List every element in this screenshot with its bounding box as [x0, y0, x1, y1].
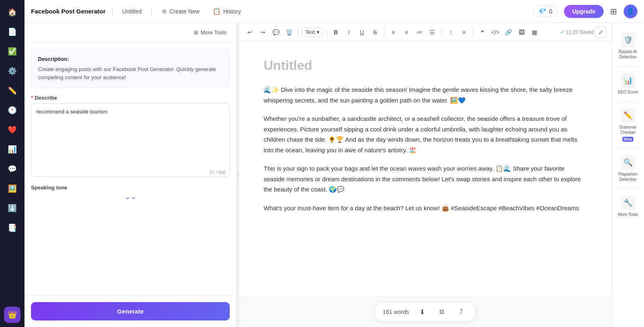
copy-button[interactable]: ⧉ — [435, 305, 448, 318]
speaking-tone-section: Speaking tone ⌄⌄ — [31, 185, 230, 201]
code-button[interactable]: </> — [490, 27, 501, 38]
content-paragraph-2[interactable]: Whether you're a sunbather, a sandcastle… — [264, 113, 587, 155]
text-format-select[interactable]: Text ▾ — [302, 27, 323, 37]
seo-score-label: SEO Score — [617, 89, 638, 95]
tab-create-new[interactable]: ⊕ Create New — [158, 6, 203, 17]
description-box: Description: Create engaging posts with … — [31, 49, 230, 88]
underline-button[interactable]: U — [356, 27, 368, 38]
sidebar-icon-heart[interactable]: ❤️ — [4, 122, 20, 138]
open-external-button[interactable]: ⤴ — [455, 305, 468, 318]
check-icon: ✓ — [560, 29, 564, 35]
align-left-button[interactable]: ≡ — [388, 27, 399, 38]
tab-create-new-label: Create New — [169, 8, 200, 15]
main-area: Facebook Post Generator Untitled ⊕ Creat… — [24, 0, 644, 327]
expand-button[interactable]: ⤢ — [595, 27, 606, 38]
gems-badge[interactable]: 💎 0 — [533, 5, 557, 17]
speaking-tone-label: Speaking tone — [31, 185, 230, 191]
editor-toolbar: ↩ ↪ 💬 🗑️ Text ▾ B I U S ≡ ≡ ≔ ☰ — [239, 23, 611, 42]
describe-field: *Describe recommend a seaside tourism 27… — [31, 95, 230, 178]
tab-history[interactable]: 📋 History — [209, 6, 244, 17]
toolbar-sep-1 — [298, 28, 298, 36]
content-paragraph-3[interactable]: This is your sign to pack your bags and … — [264, 163, 587, 195]
sidebar-icon-chat[interactable]: 💬 — [4, 161, 20, 177]
toolbar-sep-4 — [442, 28, 442, 36]
line-height-button[interactable]: ↕ — [445, 27, 457, 38]
history-icon: 📋 — [213, 7, 221, 15]
chevron-down-icon[interactable]: ⌄⌄ — [31, 192, 230, 201]
unordered-list-button[interactable]: ☰ — [427, 27, 438, 38]
content-paragraph-1[interactable]: 🌊✨ Dive into the magic of the seaside th… — [264, 85, 587, 105]
textarea-count: 27 / 500 — [209, 170, 226, 175]
left-sidebar: 🏠 📄 ✅ ⚙️ ✏️ 🕐 ❤️ 📊 💬 🖼️ ⬇️ 📑 👑 — [0, 0, 24, 327]
bypass-ai-icon: 🛡️ — [621, 33, 635, 47]
grid-icon[interactable]: ⊞ — [610, 7, 617, 16]
saved-time: 11:20 Saved — [566, 29, 593, 35]
tool-seo-score[interactable]: 📊 SEO Score — [615, 70, 641, 98]
right-tools-panel: 🛡️ Bypass AI Detection 📊 SEO Score ✏️ Gr… — [611, 23, 644, 327]
align-center-button[interactable]: ≡ — [401, 27, 412, 38]
upgrade-button[interactable]: Upgrade — [564, 5, 604, 18]
undo-button[interactable]: ↩ — [244, 27, 255, 38]
user-avatar[interactable]: 👤 — [624, 4, 637, 18]
tab-untitled-label: Untitled — [122, 8, 142, 15]
toolbar-sep-2 — [326, 28, 327, 36]
document-title[interactable]: Untitled — [264, 58, 587, 73]
sidebar-icon-docs[interactable]: 📄 — [4, 24, 20, 40]
strikethrough-button[interactable]: S — [369, 27, 381, 38]
editor-body[interactable]: 🌊✨ Dive into the magic of the seaside th… — [264, 85, 587, 213]
word-count: 161 words — [383, 309, 409, 315]
saved-status: ✓ 11:20 Saved — [560, 29, 593, 35]
image-button[interactable]: 🖼 — [516, 27, 527, 38]
tool-plagiarism[interactable]: 🔍 Plagiarism Detection — [615, 152, 641, 185]
italic-button[interactable]: I — [343, 27, 355, 38]
left-panel: ⊞ More Tools Description: Create engagin… — [24, 23, 237, 327]
describe-textarea[interactable]: recommend a seaside tourism — [31, 103, 230, 177]
more-tools-icon: 🔧 — [621, 196, 635, 210]
sidebar-icon-analytics[interactable]: 📊 — [4, 141, 20, 158]
plagiarism-label: Plagiarism Detection — [617, 171, 638, 182]
textarea-wrap: recommend a seaside tourism 27 / 500 — [31, 103, 230, 178]
sidebar-icon-downloads[interactable]: ⬇️ — [4, 200, 20, 216]
plagiarism-icon: 🔍 — [621, 155, 635, 170]
seo-score-icon: 📊 — [621, 73, 635, 88]
table-button[interactable]: ▦ — [529, 27, 540, 38]
bold-button[interactable]: B — [330, 27, 342, 38]
sidebar-icon-layers[interactable]: 📑 — [4, 220, 20, 236]
more-tools-button[interactable]: ⊞ More Tools — [191, 28, 230, 37]
editor-content[interactable]: Untitled 🌊✨ Dive into the magic of the s… — [239, 42, 611, 296]
download-button[interactable]: ⬇ — [415, 305, 429, 318]
tab-untitled[interactable]: Untitled — [119, 7, 145, 16]
app-title: Facebook Post Generator — [31, 8, 106, 15]
blockquote-button[interactable]: ❝ — [477, 27, 488, 38]
redo-button[interactable]: ↪ — [257, 27, 269, 38]
erase-button[interactable]: 🗑️ — [283, 27, 295, 38]
nav-divider-2 — [151, 7, 152, 16]
description-text: Create engaging posts with our Facebook … — [38, 65, 223, 81]
sidebar-icon-images[interactable]: 🖼️ — [4, 180, 20, 197]
sidebar-icon-upgrade[interactable]: 👑 — [4, 307, 20, 323]
gem-icon: 💎 — [538, 7, 546, 15]
sidebar-icon-check[interactable]: ✅ — [4, 43, 20, 60]
sidebar-icon-history[interactable]: 🕐 — [4, 102, 20, 118]
tool-grammar[interactable]: ✏️ Grammar Checker Beta — [615, 105, 641, 145]
tool-sep-3 — [617, 148, 638, 149]
toolbar-sep-5 — [473, 28, 473, 36]
resize-dots — [238, 172, 239, 178]
sidebar-icon-pen[interactable]: ✏️ — [4, 82, 20, 99]
sidebar-icon-settings[interactable]: ⚙️ — [4, 63, 20, 79]
tool-sep-2 — [617, 101, 638, 102]
chevron-down-small-icon: ▾ — [317, 29, 320, 35]
grammar-icon: ✏️ — [621, 108, 635, 123]
ordered-list-button[interactable]: ≔ — [414, 27, 425, 38]
link-button[interactable]: 🔗 — [503, 27, 514, 38]
tool-bypass-ai[interactable]: 🛡️ Bypass AI Detection — [615, 29, 641, 63]
text-align-button[interactable]: ≡ — [458, 27, 470, 38]
tool-more[interactable]: 🔧 More Tools — [615, 192, 641, 220]
content-paragraph-4[interactable]: What's your must-have item for a day at … — [264, 203, 587, 214]
generate-button[interactable]: Generate — [31, 302, 230, 320]
comment-button[interactable]: 💬 — [270, 27, 282, 38]
editor-area: ↩ ↪ 💬 🗑️ Text ▾ B I U S ≡ ≡ ≔ ☰ — [239, 23, 611, 327]
left-panel-header: ⊞ More Tools — [24, 23, 236, 42]
editor-footer: 161 words ⬇ ⧉ ⤴ — [239, 296, 611, 327]
sidebar-icon-home[interactable]: 🏠 — [4, 4, 20, 20]
